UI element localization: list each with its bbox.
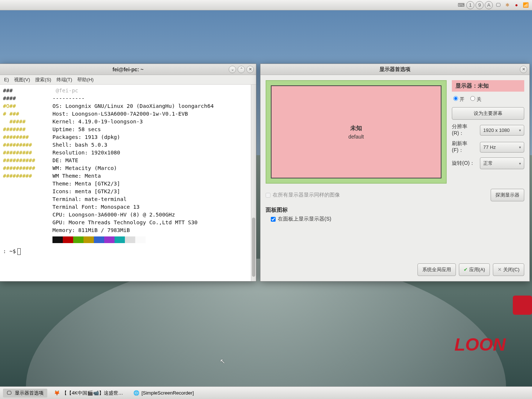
resolution-select[interactable]: 1920 x 1080 — [480, 125, 524, 136]
terminal-menubar: E) 视图(V) 搜索(S) 终端(T) 帮助(H) — [0, 75, 256, 85]
apply-button[interactable]: ✔应用(A) — [459, 263, 490, 276]
rotate-select[interactable]: 正常 — [480, 157, 524, 169]
cursor — [17, 248, 21, 255]
taskbar: 🖵 显示器首选项 🦊 【【4K中国🎬📹】这盛世… 🌐 [SimpleScreen… — [0, 386, 532, 399]
radio-on[interactable]: 开 — [453, 96, 464, 103]
display-tray-icon[interactable]: 🖵 — [494, 1, 502, 9]
loongson-logo: LOON — [454, 296, 532, 355]
indicator-1-icon[interactable]: 1 — [466, 1, 474, 9]
monitor-rect[interactable]: 未知 default — [271, 85, 441, 178]
browser-icon: 🦊 — [54, 390, 60, 396]
terminal-titlebar[interactable]: fei@fei-pc: ~ ⌄ ⌃ ✕ — [0, 64, 256, 75]
menu-e[interactable]: E) — [1, 77, 11, 82]
menu-view[interactable]: 视图(V) — [11, 76, 33, 83]
radio-off[interactable]: 关 — [470, 96, 481, 103]
set-primary-button[interactable]: 设为主要屏幕 — [452, 107, 524, 120]
same-image-check[interactable]: 在所有显示器显示同样的图像 — [266, 192, 340, 198]
task-recorder[interactable]: 🌐 [SimpleScreenRecorder] — [130, 389, 198, 397]
top-panel: ⌨ 1 9 A 🖵 ✱ ● 📶 — [0, 0, 532, 10]
scrollbar-thumb[interactable] — [252, 218, 255, 277]
terminal-body[interactable]: ### @fei-pc####----------#O##OS: Loongni… — [0, 85, 256, 281]
indicator-9-icon[interactable]: 9 — [475, 1, 484, 9]
terminal-window: fei@fei-pc: ~ ⌄ ⌃ ✕ E) 视图(V) 搜索(S) 终端(T)… — [0, 64, 256, 282]
display-titlebar[interactable]: 显示器首选项 ✕ — [260, 64, 529, 75]
keyboard-icon[interactable]: ⌨ — [457, 1, 465, 9]
monitor-label: 显示器：未知 — [452, 80, 524, 92]
monitor-name: 未知 — [350, 125, 362, 132]
record-tray-icon[interactable]: ● — [512, 1, 521, 9]
menu-terminal[interactable]: 终端(T) — [54, 76, 75, 83]
rotate-label: 旋转(O)： — [452, 160, 478, 167]
terminal-title: fei@fei-pc: ~ — [0, 66, 256, 72]
prompt: : ~$ — [3, 248, 253, 255]
monitor-preview[interactable]: 未知 default — [266, 80, 447, 184]
recorder-icon: 🌐 — [133, 390, 139, 396]
task-browser[interactable]: 🦊 【【4K中国🎬📹】这盛世… — [50, 389, 127, 398]
refresh-label: 刷新率(F)： — [452, 140, 478, 154]
panel-icon-header: 面板图标 — [266, 207, 524, 214]
display-prefs-window: 显示器首选项 ✕ 未知 default 显示器：未知 开 关 设为主要屏幕 分辨… — [260, 64, 530, 282]
color-swatches — [52, 236, 253, 243]
detect-displays-button[interactable]: 探测显示器 — [491, 189, 524, 201]
panel-icon-check[interactable]: 在面板上显示显示器(S) — [271, 216, 524, 222]
refresh-select[interactable]: 77 Hz — [480, 142, 524, 153]
close-button-footer[interactable]: ✕关闭(C) — [493, 263, 524, 276]
display-title: 显示器首选项 — [260, 66, 529, 73]
global-apply-button[interactable]: 系统全局应用 — [417, 263, 456, 276]
cursor-icon: ↖ — [220, 357, 225, 365]
minimize-button[interactable]: ⌄ — [229, 66, 236, 73]
menu-search[interactable]: 搜索(S) — [33, 76, 54, 83]
indicator-a-icon[interactable]: A — [485, 1, 493, 9]
scrollbar[interactable] — [251, 85, 256, 281]
display-prefs-icon: 🖵 — [7, 390, 13, 396]
task-display-prefs[interactable]: 🖵 显示器首选项 — [3, 389, 47, 398]
close-button[interactable]: ✕ — [246, 66, 254, 73]
network-tray-icon[interactable]: 📶 — [522, 1, 530, 9]
resolution-label: 分辨率(R)： — [452, 123, 478, 137]
settings-tray-icon[interactable]: ✱ — [503, 1, 511, 9]
display-close-button[interactable]: ✕ — [520, 66, 527, 73]
menu-help[interactable]: 帮助(H) — [75, 76, 96, 83]
maximize-button[interactable]: ⌃ — [238, 66, 245, 73]
monitor-sub: default — [348, 134, 364, 140]
